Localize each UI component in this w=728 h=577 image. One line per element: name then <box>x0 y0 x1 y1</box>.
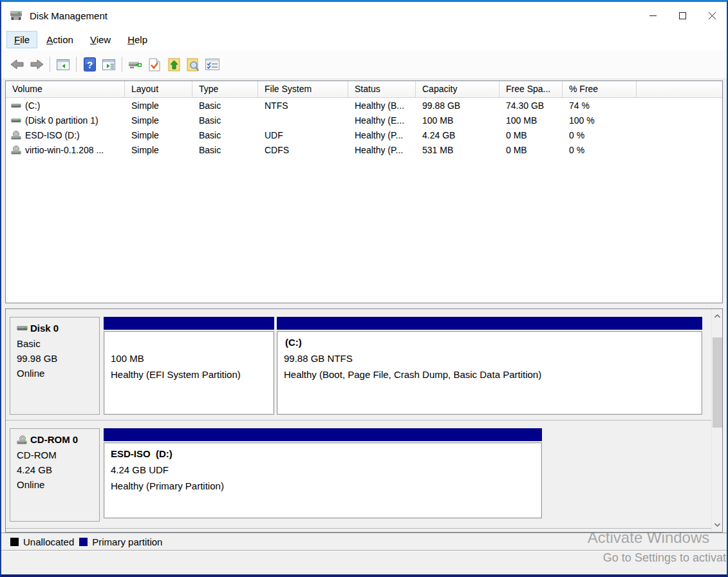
disk0-label[interactable]: Disk 0 Basic 99.98 GB Online <box>10 317 100 415</box>
maximize-button[interactable] <box>667 2 697 29</box>
back-icon[interactable] <box>8 55 27 74</box>
partition-size: 99.88 GB NTFS <box>284 350 695 366</box>
cd-rom-icon <box>17 435 28 444</box>
disk-state: Online <box>17 477 95 492</box>
volume-list-pane: Volume Layout Type File System Status Ca… <box>5 80 723 303</box>
scroll-up-icon[interactable] <box>712 310 723 322</box>
volume-name: ESD-ISO (D:) <box>25 130 80 140</box>
cell-type: Basic <box>192 115 258 126</box>
close-button[interactable] <box>697 2 727 29</box>
table-row[interactable]: (C:) Simple Basic NTFS Healthy (B... 99.… <box>6 98 722 113</box>
menu-file[interactable]: File <box>6 31 37 48</box>
cell-free-space: 0 MB <box>499 130 563 140</box>
cell-free-space: 0 MB <box>499 145 563 155</box>
cell-type: Basic <box>192 145 258 155</box>
folder-up-icon[interactable] <box>164 55 183 74</box>
legend-label: Primary partition <box>92 536 162 547</box>
column-header-file-system[interactable]: File System <box>258 81 348 97</box>
partition-c[interactable]: (C:) 99.88 GB NTFS Healthy (Boot, Page F… <box>277 317 702 415</box>
cell-type: Basic <box>192 100 258 111</box>
menu-view[interactable]: View <box>82 31 118 48</box>
column-header-volume[interactable]: Volume <box>6 81 125 97</box>
column-header-type[interactable]: Type <box>192 81 258 97</box>
column-header-status[interactable]: Status <box>348 81 416 97</box>
cell-layout: Simple <box>125 130 192 140</box>
disk-name: CD-ROM 0 <box>30 434 78 445</box>
partition-name <box>111 334 267 350</box>
cell-file-system: CDFS <box>258 145 348 155</box>
title-bar: Disk Management <box>1 2 727 29</box>
table-row[interactable]: ESD-ISO (D:) Simple Basic UDF Healthy (P… <box>6 128 722 142</box>
disk-kind: CD-ROM <box>17 448 95 462</box>
table-row[interactable]: virtio-win-0.1.208 ... Simple Basic CDFS… <box>6 142 722 157</box>
column-header-blank <box>637 81 722 97</box>
column-header-free-space[interactable]: Free Spa... <box>499 81 563 97</box>
unallocated-swatch <box>10 538 19 546</box>
check-disk-icon[interactable] <box>145 55 164 74</box>
forward-icon[interactable] <box>27 55 46 74</box>
cell-status: Healthy (P... <box>348 145 416 155</box>
partition-efi[interactable]: 100 MB Healthy (EFI System Partition) <box>104 317 274 415</box>
partition-color-bar <box>277 317 702 330</box>
cell-file-system: NTFS <box>258 100 348 111</box>
disk-state: Online <box>17 366 95 381</box>
partition-color-bar <box>104 317 274 330</box>
cell-status: Healthy (E... <box>348 115 416 126</box>
legend-label: Unallocated <box>23 536 74 547</box>
console-tree-icon[interactable] <box>53 55 73 74</box>
drive-icon <box>11 102 21 109</box>
cdrom0-row: CD-ROM 0 CD-ROM 4.24 GB Online ESD-ISO (… <box>6 421 711 529</box>
cell-file-system: UDF <box>258 130 348 140</box>
svg-text:?: ? <box>86 59 92 70</box>
volume-name: (Disk 0 partition 1) <box>25 115 98 126</box>
folder-search-icon[interactable] <box>183 55 203 74</box>
partition-size: 4.24 GB UDF <box>111 462 535 478</box>
disk-kind: Basic <box>17 336 95 351</box>
disk-size: 4.24 GB <box>17 462 95 477</box>
scroll-down-icon[interactable] <box>712 519 723 531</box>
menu-bar: File Action View Help <box>1 29 727 50</box>
partition-esd-iso[interactable]: ESD-ISO (D:) 4.24 GB UDF Healthy (Primar… <box>104 428 542 518</box>
cell-capacity: 531 MB <box>416 145 499 155</box>
table-row[interactable]: (Disk 0 partition 1) Simple Basic Health… <box>6 113 722 128</box>
partition-name: (C:) <box>284 334 695 350</box>
pane-splitter[interactable] <box>5 303 723 308</box>
cell-pct-free: 0 % <box>563 130 637 140</box>
cell-status: Healthy (B... <box>348 100 416 111</box>
properties-icon[interactable] <box>203 55 222 74</box>
cdrom0-label[interactable]: CD-ROM 0 CD-ROM 4.24 GB Online <box>10 428 100 522</box>
cell-pct-free: 74 % <box>563 100 637 111</box>
partition-size: 100 MB <box>111 350 267 366</box>
rescan-disks-icon[interactable] <box>126 55 145 74</box>
cell-capacity: 4.24 GB <box>416 130 499 140</box>
legend-unallocated: Unallocated <box>10 536 74 547</box>
cell-free-space: 74.30 GB <box>499 100 563 111</box>
cell-free-space: 100 MB <box>499 115 563 126</box>
disk-name: Disk 0 <box>30 323 59 334</box>
minimize-button[interactable] <box>638 2 667 29</box>
help-icon[interactable]: ? <box>80 55 99 74</box>
volume-name: virtio-win-0.1.208 ... <box>25 145 104 155</box>
drive-icon <box>11 117 21 124</box>
column-header-layout[interactable]: Layout <box>125 81 192 97</box>
disk-management-window: Disk Management File Action View Help <box>0 0 728 577</box>
toolbar-separator <box>76 57 77 72</box>
menu-help[interactable]: Help <box>120 31 155 48</box>
cell-layout: Simple <box>125 145 192 155</box>
hard-disk-icon <box>17 325 28 332</box>
toolbar-separator <box>50 57 50 72</box>
action-pane-icon[interactable] <box>99 55 118 74</box>
legend-primary-partition: Primary partition <box>79 536 162 547</box>
vertical-scrollbar[interactable] <box>711 309 722 532</box>
menu-action[interactable]: Action <box>39 31 81 48</box>
column-header-capacity[interactable]: Capacity <box>416 81 499 97</box>
volume-table-header: Volume Layout Type File System Status Ca… <box>6 81 722 98</box>
scrollbar-thumb[interactable] <box>713 337 722 428</box>
partition-color-bar <box>104 428 542 441</box>
graphical-view-pane: Disk 0 Basic 99.98 GB Online 100 MB H <box>5 308 723 533</box>
client-area: Volume Layout Type File System Status Ca… <box>1 79 727 573</box>
cd-icon <box>11 131 21 140</box>
column-header-pct-free[interactable]: % Free <box>563 81 637 97</box>
cell-layout: Simple <box>125 100 192 111</box>
window-title: Disk Management <box>30 10 107 21</box>
